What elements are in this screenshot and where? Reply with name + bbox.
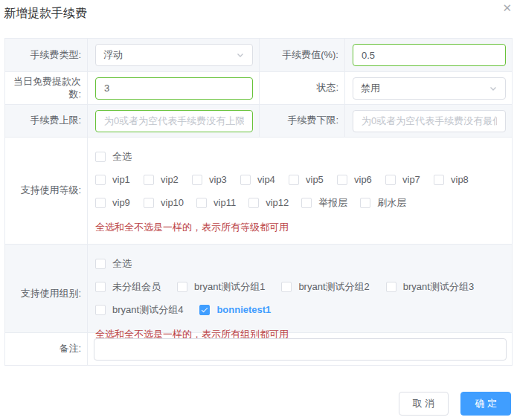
dialog-header: 新增提款手续费 ✕ — [0, 0, 517, 21]
add-withdrawal-fee-dialog: 新增提款手续费 ✕ 手续费类型: 浮动 手续费值(%): 当日免费提款次数: — [0, 0, 517, 420]
checkbox-report-layer[interactable]: 举报层 — [301, 196, 347, 210]
checkbox-box — [144, 175, 154, 185]
checkbox-levels-select-all[interactable]: 全选 — [95, 150, 132, 164]
form-row-levels: 支持使用等级: 全选 vip1 vip2 vip3 vip4 vip5 vip6… — [5, 137, 512, 244]
checkbox-box — [434, 175, 444, 185]
checkbox-groups-select-all[interactable]: 全选 — [95, 257, 132, 271]
dialog-footer: 取 消 确 定 — [0, 392, 511, 416]
fee-value-input[interactable] — [353, 44, 506, 66]
free-withdraw-count-label: 当日免费提款次数: — [5, 72, 87, 104]
fee-lower-limit-input[interactable] — [353, 110, 506, 132]
checkbox-box — [196, 198, 207, 208]
form-row-fee-limits: 手续费上限: 手续费下限: — [5, 104, 512, 137]
checkbox-vip3[interactable]: vip3 — [192, 174, 228, 185]
checkbox-vip4[interactable]: vip4 — [240, 174, 276, 185]
checkbox-box — [386, 282, 396, 292]
checkbox-vip10[interactable]: vip10 — [144, 197, 184, 208]
checkbox-box — [95, 305, 106, 315]
checkbox-box — [95, 259, 106, 269]
checkbox-box — [144, 198, 154, 208]
checkbox-bryant-test-group4[interactable]: bryant测试分组4 — [95, 303, 183, 317]
cancel-button[interactable]: 取 消 — [399, 392, 449, 416]
checkbox-vip9[interactable]: vip9 — [95, 197, 131, 208]
close-icon[interactable]: ✕ — [502, 2, 512, 14]
checkbox-bonnietest1[interactable]: bonnietest1 — [199, 304, 271, 315]
form-row-remark: 备注: — [5, 332, 512, 365]
levels-label: 支持使用等级: — [5, 138, 87, 244]
fee-type-label: 手续费类型: — [5, 39, 87, 71]
checkbox-box — [95, 152, 106, 162]
status-label: 状态: — [259, 72, 344, 104]
checkbox-vip8[interactable]: vip8 — [434, 174, 469, 185]
fee-upper-limit-label: 手续费上限: — [5, 105, 87, 137]
fee-type-select-value: 浮动 — [103, 48, 123, 62]
checkbox-bryant-test-group2[interactable]: bryant测试分组2 — [281, 280, 369, 294]
checkbox-vip1[interactable]: vip1 — [95, 174, 131, 185]
status-select-value: 禁用 — [361, 82, 380, 95]
checkbox-vip7[interactable]: vip7 — [385, 174, 421, 185]
fee-lower-limit-label: 手续费下限: — [259, 105, 344, 137]
checkbox-vip5[interactable]: vip5 — [289, 174, 324, 185]
levels-checkbox-group: 全选 vip1 vip2 vip3 vip4 vip5 vip6 vip7 vi… — [87, 138, 512, 244]
groups-label: 支持使用组别: — [5, 245, 87, 343]
fee-type-select[interactable]: 浮动 — [95, 44, 253, 66]
free-withdraw-count-input[interactable] — [95, 77, 253, 100]
status-select[interactable]: 禁用 — [353, 77, 506, 100]
checkbox-box — [240, 175, 251, 185]
chevron-down-icon — [236, 51, 245, 59]
checkbox-ungrouped-members[interactable]: 未分组会员 — [95, 280, 161, 294]
checkbox-box — [248, 198, 259, 208]
checkbox-box-checked — [199, 305, 210, 315]
checkbox-brush-layer[interactable]: 刷水层 — [360, 196, 406, 210]
checkbox-box — [95, 175, 106, 185]
checkbox-box — [281, 282, 292, 292]
checkbox-vip12[interactable]: vip12 — [248, 197, 289, 208]
checkbox-vip6[interactable]: vip6 — [337, 174, 373, 185]
fee-form-table: 手续费类型: 浮动 手续费值(%): 当日免费提款次数: 状态: — [4, 38, 513, 366]
checkbox-box — [177, 282, 187, 292]
checkbox-box — [385, 175, 396, 185]
checkbox-box — [192, 175, 202, 185]
checkbox-box — [360, 198, 370, 208]
form-row-groups: 支持使用组别: 全选 未分组会员 bryant测试分组1 bryant测试分组2… — [5, 244, 512, 332]
checkbox-vip2[interactable]: vip2 — [144, 174, 179, 185]
chevron-down-icon — [489, 84, 498, 93]
remark-label: 备注: — [5, 333, 87, 365]
confirm-button[interactable]: 确 定 — [460, 392, 511, 416]
checkbox-box — [95, 282, 106, 292]
groups-checkbox-group: 全选 未分组会员 bryant测试分组1 bryant测试分组2 bryant测… — [87, 245, 512, 343]
fee-value-label: 手续费值(%): — [259, 39, 344, 71]
checkbox-vip11[interactable]: vip11 — [196, 197, 236, 208]
fee-upper-limit-input[interactable] — [95, 110, 253, 132]
form-row-free-count: 当日免费提款次数: 状态: 禁用 — [5, 71, 512, 104]
checkbox-box — [95, 198, 106, 208]
checkbox-bryant-test-group1[interactable]: bryant测试分组1 — [177, 280, 265, 294]
checkbox-box — [337, 175, 347, 185]
form-row-fee-type: 手续费类型: 浮动 手续费值(%): — [5, 39, 512, 71]
checkbox-box — [289, 175, 299, 185]
checkbox-bryant-test-group3[interactable]: bryant测试分组3 — [386, 280, 474, 294]
levels-note: 全选和全不选是一样的，表示所有等级都可用 — [95, 219, 506, 236]
remark-input[interactable] — [94, 338, 507, 361]
dialog-title: 新增提款手续费 — [4, 7, 87, 19]
checkbox-box — [301, 198, 312, 208]
